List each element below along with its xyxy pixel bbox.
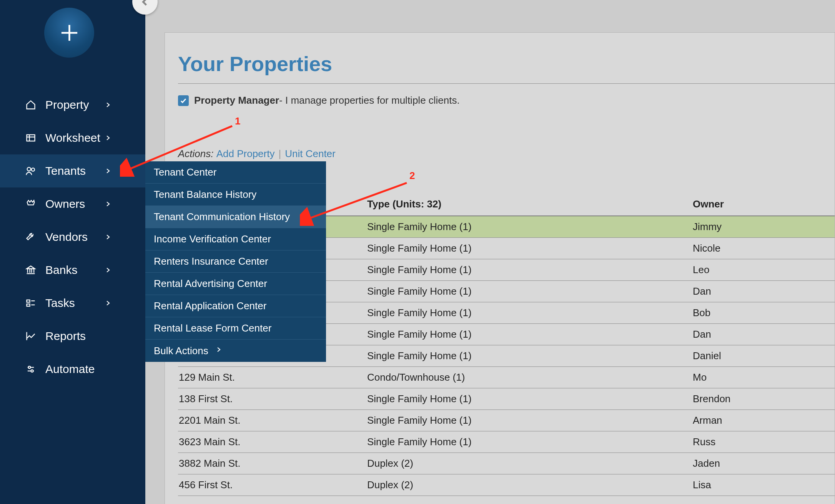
- cell-type: Single Family Home (1): [367, 436, 693, 448]
- cell-name: 2201 Main St.: [178, 414, 367, 426]
- actions-row: Actions: Add Property|Unit Center: [178, 148, 835, 160]
- property-manager-desc: - I manage properties for multiple clien…: [279, 94, 460, 106]
- submenu-item-rental-advertising-center[interactable]: Rental Advertising Center: [145, 273, 326, 295]
- chevron-right-icon: [105, 199, 111, 209]
- cell-type: Single Family Home (1): [367, 285, 693, 297]
- cell-owner: Mo: [693, 371, 707, 383]
- add-property-link[interactable]: Add Property: [216, 148, 275, 159]
- submenu-item-renters-insurance-center[interactable]: Renters Insurance Center: [145, 250, 326, 273]
- sidebar-item-label: Worksheet: [45, 131, 145, 144]
- cell-name: 456 First St.: [178, 479, 367, 491]
- cell-type: Condo/Townhouse (1): [367, 371, 693, 383]
- submenu-item-income-verification-center[interactable]: Income Verification Center: [145, 228, 326, 250]
- banks-icon: [24, 265, 38, 275]
- svg-point-20: [31, 370, 33, 372]
- cell-owner: Dan: [693, 328, 711, 340]
- sidebar-item-reports[interactable]: Reports: [0, 320, 145, 353]
- cell-name: 3882 Main St.: [178, 458, 367, 469]
- sidebar-item-property[interactable]: Property: [0, 88, 145, 121]
- cell-name: 138 First St.: [178, 393, 367, 405]
- tenants-icon: [24, 166, 38, 176]
- submenu-item-label: Bulk Actions: [154, 345, 208, 357]
- svg-rect-12: [27, 300, 30, 302]
- header-owner[interactable]: Owner: [693, 198, 724, 210]
- sidebar-item-owners[interactable]: Owners: [0, 187, 145, 220]
- submenu-item-bulk-actions[interactable]: Bulk Actions: [145, 340, 326, 362]
- check-icon: [180, 97, 187, 104]
- vendors-icon: [24, 232, 38, 242]
- submenu-item-rental-lease-form-center[interactable]: Rental Lease Form Center: [145, 317, 326, 340]
- sidebar-item-label: Tasks: [45, 297, 145, 310]
- property-manager-checkbox[interactable]: [178, 95, 189, 106]
- svg-rect-13: [27, 304, 30, 306]
- cell-name: 129 Main St.: [178, 371, 367, 383]
- submenu-item-label: Rental Advertising Center: [154, 278, 267, 290]
- cell-type: Single Family Home (1): [367, 221, 693, 233]
- unit-center-link[interactable]: Unit Center: [285, 148, 336, 159]
- sidebar-item-label: Property: [45, 98, 145, 111]
- cell-type: Duplex (2): [367, 458, 693, 469]
- cell-type: Single Family Home (1): [367, 242, 693, 254]
- chevron-right-icon: [105, 100, 111, 110]
- submenu-item-label: Renters Insurance Center: [154, 255, 268, 267]
- cell-owner: Jimmy: [693, 221, 722, 233]
- submenu-item-rental-application-center[interactable]: Rental Application Center: [145, 295, 326, 317]
- table-row[interactable]: 138 First St.Single Family Home (1)Brend…: [178, 388, 835, 410]
- svg-point-6: [32, 168, 35, 171]
- cell-owner: Bob: [693, 307, 710, 319]
- cell-type: Duplex (2): [367, 479, 693, 491]
- table-row[interactable]: 2201 Main St.Single Family Home (1)Arman: [178, 410, 835, 431]
- page-title: Your Properties: [178, 52, 835, 84]
- submenu-item-label: Income Verification Center: [154, 233, 271, 245]
- cell-type: Single Family Home (1): [367, 350, 693, 362]
- table-row[interactable]: 3882 Main St.Duplex (2)Jaden: [178, 453, 835, 474]
- cell-type: Single Family Home (1): [367, 414, 693, 426]
- table-row[interactable]: 456 First St.Duplex (2)Lisa: [178, 474, 835, 496]
- table-row[interactable]: 3623 Main St.Single Family Home (1)Russ: [178, 431, 835, 453]
- actions-separator: |: [278, 148, 281, 159]
- cell-owner: Dan: [693, 285, 711, 297]
- cell-owner: Nicole: [693, 242, 720, 254]
- worksheet-icon: [24, 133, 38, 143]
- chevron-right-icon: [105, 133, 111, 143]
- property-manager-label: Property Manager: [194, 94, 279, 106]
- sidebar-item-banks[interactable]: Banks: [0, 254, 145, 287]
- cell-owner: Arman: [693, 414, 722, 426]
- tenants-submenu: Tenant CenterTenant Balance HistoryTenan…: [145, 161, 326, 362]
- chevron-right-icon: [105, 166, 111, 176]
- submenu-item-label: Tenant Center: [154, 166, 216, 178]
- home-icon: [24, 99, 38, 110]
- table-row[interactable]: 129 Main St.Condo/Townhouse (1)Mo: [178, 367, 835, 388]
- automate-icon: [24, 364, 38, 375]
- sidebar-item-label: Owners: [45, 197, 145, 211]
- submenu-item-label: Rental Application Center: [154, 300, 266, 312]
- submenu-item-tenant-communication-history[interactable]: Tenant Communication History: [145, 206, 326, 228]
- sidebar-item-tenants[interactable]: Tenants: [0, 154, 145, 187]
- sidebar-item-label: Vendors: [45, 230, 145, 244]
- chevron-right-icon: [105, 265, 111, 275]
- header-type[interactable]: Type (Units: 32): [367, 198, 693, 210]
- owners-icon: [24, 199, 38, 209]
- cell-type: Single Family Home (1): [367, 307, 693, 319]
- cell-owner: Lisa: [693, 479, 711, 491]
- chevron-right-icon: [215, 345, 222, 357]
- cell-owner: Brendon: [693, 393, 730, 405]
- submenu-item-tenant-center[interactable]: Tenant Center: [145, 161, 326, 184]
- sidebar-item-vendors[interactable]: Vendors: [0, 220, 145, 254]
- submenu-item-tenant-balance-history[interactable]: Tenant Balance History: [145, 184, 326, 206]
- svg-point-5: [27, 167, 31, 171]
- sidebar-nav: PropertyWorksheetTenantsOwnersVendorsBan…: [0, 88, 145, 386]
- sidebar-item-tasks[interactable]: Tasks: [0, 287, 145, 320]
- sidebar-item-worksheet[interactable]: Worksheet: [0, 121, 145, 154]
- chevron-right-icon: [105, 232, 111, 242]
- chevron-right-icon: [105, 298, 111, 308]
- sidebar-item-automate[interactable]: Automate: [0, 353, 145, 386]
- add-button[interactable]: [44, 8, 94, 58]
- cell-owner: Daniel: [693, 350, 721, 362]
- sidebar-item-label: Reports: [45, 330, 145, 343]
- cell-type: Single Family Home (1): [367, 328, 693, 340]
- chevron-left-icon: [140, 0, 150, 7]
- svg-point-19: [28, 366, 31, 368]
- sidebar-item-label: Banks: [45, 264, 145, 277]
- cell-owner: Leo: [693, 264, 709, 276]
